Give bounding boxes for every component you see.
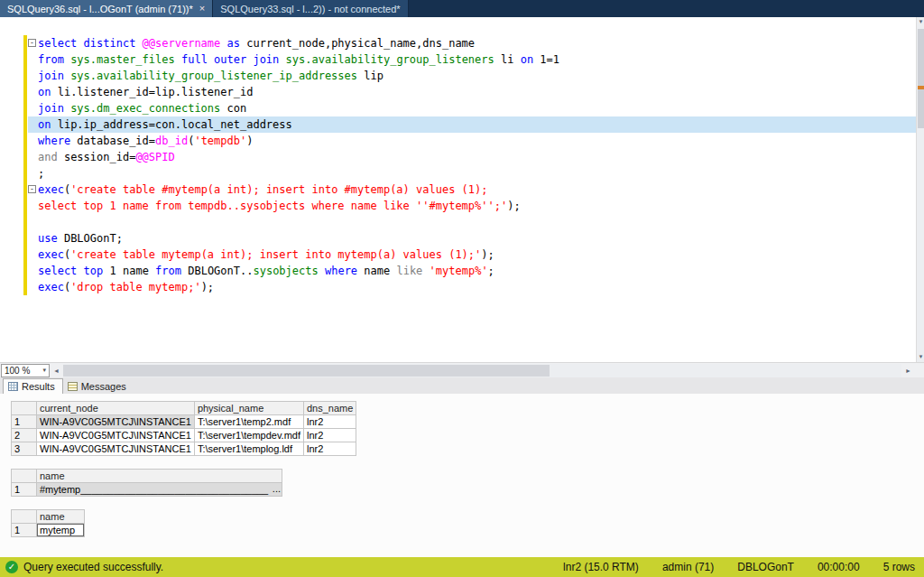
grid-cell[interactable]: mytemp bbox=[37, 524, 85, 537]
grid-row-number[interactable]: 1 bbox=[12, 524, 37, 537]
grid-column-header[interactable]: physical_name bbox=[194, 402, 303, 415]
code-line[interactable]: where database_id=db_id('tempdb') bbox=[0, 133, 916, 149]
code-line[interactable]: exec('drop table mytemp;'); bbox=[0, 279, 916, 295]
code-line[interactable]: use DBLOGonT; bbox=[0, 230, 916, 247]
grid-row-number[interactable]: 1 bbox=[12, 415, 37, 429]
fold-toggle-icon[interactable]: - bbox=[28, 39, 36, 47]
code-segment: as bbox=[227, 37, 240, 50]
code-line[interactable]: on li.listener_id=lip.listener_id bbox=[0, 84, 916, 100]
grid-cell[interactable]: T:\server1\tempdev.mdf bbox=[194, 429, 303, 442]
tab-label: SQLQuery36.sql - l...OGonT (admin (71))* bbox=[7, 4, 193, 14]
code-segment: 'create table mytemp(a int); insert into… bbox=[70, 248, 481, 261]
status-message: Query executed successfully. bbox=[23, 561, 163, 573]
code-line[interactable]: join sys.availability_group_listener_ip_… bbox=[0, 68, 916, 84]
close-icon[interactable]: × bbox=[199, 4, 205, 14]
code-segment: on bbox=[521, 53, 533, 66]
code-line[interactable]: from sys.master_files full outer join sy… bbox=[0, 51, 916, 68]
code-line[interactable]: on lip.ip_address=con.local_net_address bbox=[0, 116, 916, 133]
code-segment: use bbox=[38, 232, 58, 245]
code-line[interactable]: select top 1 name from tempdb..sysobject… bbox=[0, 198, 916, 214]
grid-cell[interactable]: lnr2 bbox=[304, 429, 356, 442]
editor-horizontal-scrollbar[interactable] bbox=[63, 364, 901, 377]
code-segment: top bbox=[84, 265, 104, 277]
code-line[interactable]: -exec('create table #mytemp(a int); inse… bbox=[0, 181, 916, 198]
code-segment: exec bbox=[38, 281, 64, 293]
grid-cell[interactable]: #mytemp_________________________________… bbox=[37, 483, 282, 497]
zoom-select[interactable]: 100 % ▾ bbox=[1, 364, 50, 377]
table-row: 1#mytemp________________________________… bbox=[12, 483, 282, 497]
grid-cell[interactable]: lnr2 bbox=[304, 415, 356, 429]
tab-sqlquery33[interactable]: SQLQuery33.sql - l...2)) - not connected… bbox=[213, 0, 408, 17]
status-server: lnr2 (15.0 RTM) bbox=[563, 561, 639, 573]
code-segment: DBLOGonT.. bbox=[181, 265, 253, 277]
grid-row-number[interactable]: 2 bbox=[12, 429, 37, 442]
tab-sqlquery36[interactable]: SQLQuery36.sql - l...OGonT (admin (71))*… bbox=[0, 0, 213, 17]
code-segment: sys.master_files bbox=[70, 53, 175, 66]
status-row-count: 5 rows bbox=[883, 561, 915, 573]
document-tab-bar: SQLQuery36.sql - l...OGonT (admin (71))*… bbox=[0, 0, 924, 17]
grid-cell[interactable]: lnr2 bbox=[304, 442, 356, 456]
vertical-scrollbar-thumb[interactable] bbox=[918, 29, 924, 128]
grid-corner[interactable] bbox=[12, 470, 37, 483]
fold-toggle-icon[interactable]: - bbox=[28, 185, 36, 193]
grid-corner[interactable] bbox=[12, 510, 37, 524]
code-segment: exec bbox=[38, 248, 64, 261]
grid-column-header[interactable]: dns_name bbox=[304, 402, 356, 415]
grid-cell[interactable]: WIN-A9VC0G5MTCJ\INSTANCE1 bbox=[37, 415, 195, 429]
scroll-right-icon[interactable]: ► bbox=[901, 364, 915, 377]
scrollbar-change-mark bbox=[918, 86, 924, 89]
code-segment: con bbox=[220, 102, 246, 115]
table-row: 2WIN-A9VC0G5MTCJ\INSTANCE1T:\server1\tem… bbox=[12, 429, 356, 442]
code-segment: 'tempdb' bbox=[194, 135, 246, 147]
code-line[interactable]: join sys.dm_exec_connections con bbox=[0, 100, 916, 116]
code-segment bbox=[319, 265, 325, 277]
code-segment: 1 name bbox=[103, 265, 155, 277]
code-line[interactable] bbox=[0, 214, 916, 230]
code-segment: on bbox=[38, 86, 51, 98]
code-line[interactable]: exec('create table mytemp(a int); insert… bbox=[0, 247, 916, 263]
code-line[interactable]: ; bbox=[0, 165, 916, 181]
code-segment: from bbox=[155, 265, 181, 277]
tab-messages[interactable]: Messages bbox=[63, 378, 134, 394]
grid-cell[interactable]: WIN-A9VC0G5MTCJ\INSTANCE1 bbox=[37, 429, 195, 442]
status-duration: 00:00:00 bbox=[818, 561, 860, 573]
change-tracking-bar bbox=[23, 35, 27, 295]
code-line[interactable]: select top 1 name from DBLOGonT..sysobje… bbox=[0, 263, 916, 279]
code-segment: 1=1 bbox=[533, 53, 559, 66]
sql-editor[interactable]: -select distinct @@servername as current… bbox=[0, 17, 924, 362]
zoom-value: 100 % bbox=[5, 366, 30, 376]
editor-vertical-scrollbar[interactable]: ▼ ▼ bbox=[916, 17, 924, 362]
results-table: name1mytemp bbox=[11, 509, 85, 537]
horizontal-scrollbar-thumb[interactable] bbox=[63, 365, 550, 377]
code-line[interactable]: -select distinct @@servername as current… bbox=[0, 35, 916, 51]
grid-column-header[interactable]: name bbox=[37, 510, 85, 524]
grid-column-header[interactable]: name bbox=[37, 470, 282, 483]
scroll-left-icon[interactable]: ◄ bbox=[50, 364, 63, 377]
scroll-up-icon[interactable]: ▼ bbox=[917, 17, 924, 27]
grid-cell[interactable]: T:\server1\templog.ldf bbox=[194, 442, 303, 456]
code-segment: like bbox=[396, 265, 422, 277]
grid-corner[interactable] bbox=[12, 402, 37, 415]
grid-row-number[interactable]: 3 bbox=[12, 442, 37, 456]
tab-results[interactable]: Results bbox=[3, 378, 63, 394]
status-login: admin (71) bbox=[662, 561, 714, 573]
code-segment bbox=[279, 53, 285, 66]
code-segment: lip bbox=[357, 70, 383, 82]
grid-column-header[interactable]: current_node bbox=[37, 402, 195, 415]
scroll-down-icon[interactable]: ▼ bbox=[917, 352, 924, 362]
code-segment: database_id= bbox=[70, 135, 155, 147]
grid-cell[interactable]: T:\server1\temp2.mdf bbox=[194, 415, 303, 429]
code-lines[interactable]: -select distinct @@servername as current… bbox=[0, 17, 916, 295]
results-tab-label: Results bbox=[22, 381, 55, 392]
code-segment: sys.availability_group_listeners bbox=[286, 53, 494, 66]
code-segment bbox=[175, 53, 181, 66]
grid-cell[interactable]: WIN-A9VC0G5MTCJ\INSTANCE1 bbox=[37, 442, 195, 456]
code-line[interactable]: and session_id=@@SPID bbox=[0, 149, 916, 165]
code-segment: db_id bbox=[155, 135, 188, 147]
code-segment: sys.dm_exec_connections bbox=[70, 102, 220, 115]
editor-bottom-bar: 100 % ▾ ◄ ► bbox=[0, 362, 924, 377]
success-check-icon: ✓ bbox=[5, 561, 18, 573]
results-grid-1: current_nodephysical_namedns_name1WIN-A9… bbox=[11, 401, 356, 456]
table-row: 1mytemp bbox=[12, 524, 85, 537]
grid-row-number[interactable]: 1 bbox=[12, 483, 37, 497]
